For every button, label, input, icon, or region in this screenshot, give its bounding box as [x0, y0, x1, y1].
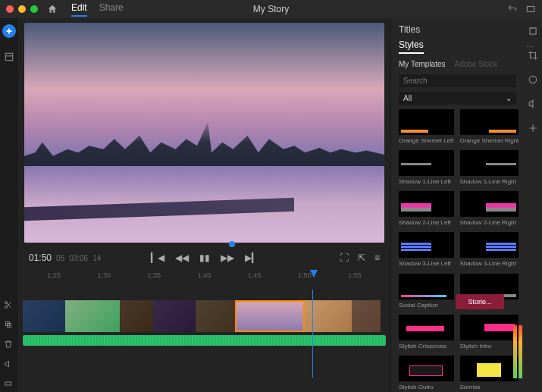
settings-icon[interactable]: ≡ [374, 252, 380, 263]
titlebar: Edit Share My Story [0, 0, 542, 18]
preset-grid: Orange Sherbet Left Orange Sherbet Right… [391, 109, 524, 392]
skip-back-icon[interactable]: ▎◀ [151, 252, 164, 263]
project-title: My Story [253, 4, 289, 14]
duration: 03:06 [69, 254, 88, 262]
ruler-tick: 1;50 [280, 271, 330, 288]
preset-item[interactable]: Shadow 3-Line Left [399, 232, 454, 268]
timeline-clip[interactable] [153, 300, 196, 332]
timeline-clip[interactable] [196, 300, 235, 332]
duration-frames: 14 [92, 254, 101, 262]
search-input[interactable] [399, 74, 516, 87]
close-window[interactable] [6, 5, 14, 13]
add-media-button[interactable]: + [2, 24, 16, 38]
transform-icon[interactable] [528, 123, 538, 133]
minimize-window[interactable] [18, 5, 26, 13]
right-rail [524, 18, 542, 392]
preset-item[interactable]: Orange Sherbet Right [460, 109, 519, 146]
rewind-icon[interactable]: ◀◀ [175, 252, 189, 263]
time-display: 01:50 05 03:06 14 [29, 252, 101, 263]
maximize-window[interactable] [30, 5, 38, 13]
panel-tab-titles[interactable]: Titles [399, 24, 516, 35]
skip-forward-icon[interactable]: ▶▎ [245, 252, 258, 263]
tab-share[interactable]: Share [99, 2, 124, 17]
preset-item[interactable]: Shadow 2-Line Left [399, 191, 454, 227]
pause-icon[interactable]: ▮▮ [199, 252, 210, 263]
ruler-tick: 1;45 [230, 271, 280, 288]
meter-left [513, 325, 517, 378]
title-clip-overlay[interactable]: Storie... [456, 294, 504, 309]
playhead-line[interactable] [312, 290, 313, 378]
preset-item[interactable]: Stylish Crisscross [399, 315, 454, 351]
home-icon[interactable] [47, 4, 58, 14]
svg-point-5 [5, 302, 8, 304]
preset-item[interactable]: Sunrise [460, 356, 519, 392]
trash-icon[interactable] [4, 340, 13, 349]
audio-meters [513, 325, 522, 378]
svg-rect-0 [527, 7, 534, 12]
timeline[interactable] [18, 300, 390, 346]
meter-right [519, 325, 522, 378]
preset-item[interactable]: Social Caption [399, 274, 454, 310]
scrubber-playhead[interactable] [229, 241, 235, 247]
timeline-clip[interactable] [120, 300, 153, 332]
duplicate-icon[interactable] [4, 320, 13, 329]
current-time: 01:50 [29, 252, 52, 263]
titles-panel: Titles Styles ⋯ My Templates Adobe Stock… [390, 18, 524, 392]
undo-icon[interactable] [507, 4, 518, 14]
preset-item[interactable]: Orange Sherbet Left [399, 109, 454, 146]
time-ruler[interactable]: 1;25 1;30 1;35 1;40 1;45 1;50 1;55 [18, 271, 390, 288]
svg-point-6 [5, 306, 8, 309]
svg-point-4 [529, 76, 536, 83]
timeline-clip[interactable] [65, 300, 120, 332]
svg-rect-3 [530, 28, 536, 34]
window-controls [6, 5, 38, 13]
filter-dropdown[interactable]: All ⌄ [399, 92, 516, 105]
subtab-my-templates[interactable]: My Templates [399, 60, 446, 68]
filter-value: All [403, 94, 412, 102]
fullscreen-icon[interactable] [525, 4, 536, 14]
current-frames: 05 [56, 254, 64, 262]
scissors-icon[interactable] [4, 300, 13, 309]
ruler-tick: 1;25 [29, 271, 79, 288]
audio-icon[interactable] [528, 99, 538, 109]
audio-track[interactable] [23, 335, 386, 346]
expand-icon[interactable] [4, 379, 13, 388]
volume-icon[interactable] [4, 359, 13, 368]
chevron-down-icon: ⌄ [506, 94, 512, 102]
timeline-tools [2, 300, 15, 388]
forward-icon[interactable]: ▶▶ [221, 252, 234, 263]
preset-item[interactable]: Shadow 2-Line Right [460, 191, 519, 227]
tab-edit[interactable]: Edit [71, 2, 87, 17]
playhead-marker[interactable] [310, 270, 318, 278]
timeline-clip-selected[interactable] [235, 300, 305, 332]
ruler-tick: 1;40 [179, 271, 229, 288]
color-icon[interactable] [528, 74, 538, 85]
timeline-clip[interactable] [23, 300, 65, 332]
svg-rect-1 [5, 53, 12, 60]
svg-rect-9 [5, 382, 11, 385]
ruler-tick: 1;30 [79, 271, 129, 288]
transport-bar: 01:50 05 03:06 14 ▎◀ ◀◀ ▮▮ ▶▶ ▶▎ ⛶ ⇱ ≡ [18, 244, 390, 271]
video-preview[interactable] [24, 23, 384, 243]
export-frame-icon[interactable]: ⇱ [358, 252, 365, 263]
timeline-clip[interactable] [352, 300, 381, 332]
subtab-adobe-stock[interactable]: Adobe Stock [455, 60, 498, 68]
preset-item[interactable]: Shadow 1-Line Left [399, 150, 454, 187]
ruler-tick: 1;55 [330, 271, 380, 288]
preset-item[interactable]: Stylish Intro [460, 315, 519, 351]
panel-subtab-styles[interactable]: Styles [399, 39, 424, 54]
preset-item[interactable]: Shadow 1-Line Right [460, 150, 519, 187]
ruler-tick: 1;35 [129, 271, 179, 288]
project-panel-icon[interactable] [4, 52, 14, 62]
center-column: 01:50 05 03:06 14 ▎◀ ◀◀ ▮▮ ▶▶ ▶▎ ⛶ ⇱ ≡ 1… [18, 18, 390, 392]
loop-icon[interactable]: ⛶ [340, 252, 349, 263]
panel-menu-icon[interactable]: ⋯ [526, 42, 534, 52]
preset-item[interactable]: Shadow 3-Line Right [460, 232, 519, 268]
export-icon[interactable] [528, 26, 538, 36]
preset-item[interactable]: Stylish Outro [399, 356, 454, 392]
